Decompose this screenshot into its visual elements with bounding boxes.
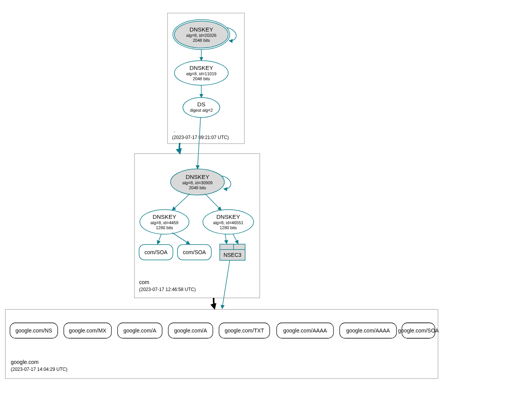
svg-text:google.com/MX: google.com/MX	[69, 327, 106, 334]
svg-rect-34	[5, 309, 438, 379]
node-google-rr-7-label: google.com/SOA	[398, 327, 439, 334]
zone-root-timestamp: (2023-07-17 09:21:07 UTC)	[172, 135, 229, 140]
node-com-soa-a: com/SOA	[139, 245, 173, 260]
svg-text:google.com/AAAA: google.com/AAAA	[283, 327, 327, 334]
svg-text:alg=8, id=30909: alg=8, id=30909	[182, 180, 213, 185]
dnssec-diagram: . (2023-07-17 09:21:07 UTC) DNSKEY alg=8…	[0, 0, 506, 420]
zone-com-label: com	[139, 279, 149, 285]
node-root-ksk: DNSKEY alg=8, id=20326 2048 bits	[173, 20, 230, 50]
svg-text:google.com/A: google.com/A	[123, 327, 156, 334]
edge-zskb-nsec3-r	[233, 234, 238, 244]
svg-text:google.com/AAAA: google.com/AAAA	[346, 327, 390, 334]
svg-text:DNSKEY: DNSKEY	[189, 26, 213, 33]
svg-text:2048 bits: 2048 bits	[189, 185, 206, 190]
svg-text:2048 bits: 2048 bits	[193, 38, 210, 43]
node-google-rr-2: google.com/A	[118, 323, 162, 338]
zone-com-timestamp: (2023-07-17 12:46:58 UTC)	[139, 287, 196, 292]
svg-text:com/SOA: com/SOA	[144, 249, 168, 255]
svg-text:com/SOA: com/SOA	[183, 249, 206, 255]
node-com-nsec3: NSEC3	[220, 244, 245, 260]
node-root-zsk: DNSKEY alg=8, id=11019 2048 bits	[174, 61, 228, 85]
svg-text:digest alg=2: digest alg=2	[190, 108, 213, 112]
node-root-ds: DS digest alg=2	[183, 98, 220, 117]
svg-text:DS: DS	[197, 101, 206, 107]
edge-ds-to-com-ksk	[197, 117, 201, 169]
edge-com-ksk-zskb	[205, 194, 221, 210]
edge-nsec3-to-google	[222, 260, 230, 309]
svg-text:alg=8, id=4459: alg=8, id=4459	[151, 220, 179, 225]
node-com-zsk-b: DNSKEY alg=8, id=46551 1280 bits	[203, 210, 254, 234]
node-com-soa-b: com/SOA	[178, 245, 211, 260]
svg-text:DNSKEY: DNSKEY	[216, 213, 240, 220]
svg-text:google.com/TXT: google.com/TXT	[225, 327, 264, 334]
svg-text:1280 bits: 1280 bits	[156, 225, 173, 230]
edge-com-to-google-zone	[214, 298, 214, 308]
svg-text:google.com/A: google.com/A	[174, 327, 207, 334]
node-com-zsk-a: DNSKEY alg=8, id=4459 1280 bits	[140, 210, 189, 234]
svg-text:DNSKEY: DNSKEY	[186, 174, 209, 180]
svg-text:alg=8, id=11019: alg=8, id=11019	[186, 71, 217, 76]
edge-root-to-com-zone	[179, 143, 180, 153]
node-google-rr-5: google.com/AAAA	[277, 323, 333, 338]
svg-text:2048 bits: 2048 bits	[193, 76, 210, 81]
node-google-rr-1: google.com/MX	[64, 323, 111, 338]
edge-zska-soab	[172, 233, 190, 244]
node-google-rr-0: google.com/NS	[10, 323, 58, 338]
svg-text:1280 bits: 1280 bits	[220, 225, 237, 230]
node-com-ksk: DNSKEY alg=8, id=30909 2048 bits	[171, 169, 224, 195]
zone-root-label: .	[174, 127, 175, 133]
svg-text:DNSKEY: DNSKEY	[153, 213, 176, 220]
node-google-rr-6: google.com/AAAA	[340, 323, 397, 338]
zone-google-label: google.com	[11, 359, 38, 365]
node-google-rr-3: google.com/A	[168, 323, 213, 338]
svg-text:alg=8, id=20326: alg=8, id=20326	[186, 33, 217, 38]
svg-text:DNSKEY: DNSKEY	[189, 64, 213, 71]
edge-zska-soaa	[158, 234, 161, 244]
zone-google-timestamp: (2023-07-17 14:04:29 UTC)	[11, 367, 67, 372]
edge-zskb-nsec3-l	[225, 234, 227, 244]
svg-text:alg=8, id=46551: alg=8, id=46551	[213, 220, 244, 225]
zone-com: com (2023-07-17 12:46:58 UTC) DNSKEY alg…	[134, 117, 260, 298]
zone-root: . (2023-07-17 09:21:07 UTC) DNSKEY alg=8…	[168, 13, 244, 144]
node-google-rr-4: google.com/TXT	[219, 323, 270, 338]
svg-text:NSEC3: NSEC3	[224, 252, 242, 258]
zone-google: google.com (2023-07-17 14:04:29 UTC) goo…	[5, 309, 439, 379]
svg-point-10	[183, 98, 220, 117]
edge-com-ksk-zska	[172, 194, 190, 210]
svg-text:google.com/NS: google.com/NS	[15, 327, 52, 334]
